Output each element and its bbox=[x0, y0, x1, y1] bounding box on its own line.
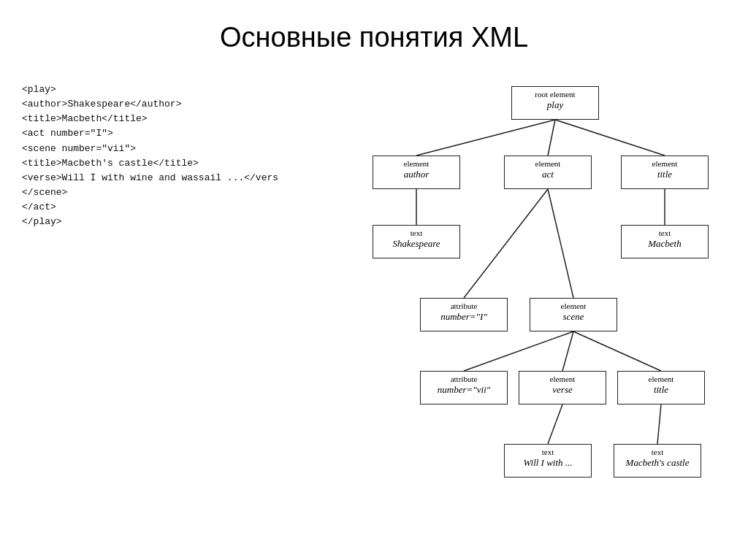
tree-node-verse: elementverse bbox=[519, 371, 606, 404]
node-label-will_txt: text bbox=[509, 447, 587, 457]
tree-node-shakespeare: textShakespeare bbox=[373, 225, 460, 258]
node-value-title1: title bbox=[626, 169, 703, 181]
node-label-castle_txt: text bbox=[619, 447, 696, 457]
node-label-author: element bbox=[378, 158, 455, 169]
node-value-play: play bbox=[516, 99, 594, 112]
node-value-scene: scene bbox=[535, 311, 612, 323]
tree-edge bbox=[548, 120, 555, 156]
tree-node-castle_txt: textMacbeth's castle bbox=[614, 444, 701, 477]
tree-node-attr_vii: attributenumber="vii" bbox=[420, 371, 508, 404]
tree-edge bbox=[573, 331, 661, 371]
tree-node-macbeth_txt: textMacbeth bbox=[621, 225, 709, 258]
node-label-title1: element bbox=[626, 158, 703, 169]
node-value-shakespeare: Shakespeare bbox=[378, 238, 455, 250]
tree-node-title2: elementtitle bbox=[617, 371, 705, 404]
node-label-macbeth_txt: text bbox=[626, 228, 703, 238]
tree-edge bbox=[562, 331, 573, 371]
node-value-will_txt: Will I with ... bbox=[509, 457, 587, 469]
tree-node-attr_I: attributenumber="I" bbox=[420, 298, 508, 331]
node-value-attr_I: number="I" bbox=[425, 311, 503, 323]
node-value-title2: title bbox=[622, 384, 700, 396]
node-label-attr_I: attribute bbox=[425, 301, 503, 311]
node-value-attr_vii: number="vii" bbox=[425, 384, 503, 396]
node-label-act: element bbox=[509, 158, 587, 169]
node-value-author: author bbox=[378, 169, 455, 181]
node-value-castle_txt: Macbeth's castle bbox=[619, 457, 696, 469]
tree-node-act: elementact bbox=[504, 156, 592, 189]
node-label-verse: element bbox=[524, 374, 601, 384]
node-label-title2: element bbox=[622, 374, 700, 384]
tree-node-will_txt: textWill I with ... bbox=[504, 444, 592, 477]
tree-node-play: root elementplay bbox=[511, 86, 599, 120]
node-value-macbeth_txt: Macbeth bbox=[626, 238, 703, 250]
node-value-verse: verse bbox=[524, 384, 601, 396]
xml-tree-diagram: root elementplayelementauthorelementacte… bbox=[285, 75, 733, 542]
tree-edge bbox=[464, 189, 548, 298]
page-title: Основные понятия XML bbox=[0, 0, 748, 68]
node-value-act: act bbox=[509, 169, 587, 181]
tree-edge bbox=[416, 120, 555, 156]
tree-edge bbox=[548, 404, 562, 444]
tree-node-author: elementauthor bbox=[373, 156, 460, 189]
node-label-shakespeare: text bbox=[378, 228, 455, 238]
node-label-scene: element bbox=[535, 301, 612, 311]
xml-code-block: <play> <author>Shakespeare</author> <tit… bbox=[15, 75, 285, 542]
node-label-attr_vii: attribute bbox=[425, 374, 503, 384]
tree-edge bbox=[657, 404, 661, 444]
tree-edge bbox=[548, 189, 573, 298]
tree-edge bbox=[555, 120, 665, 156]
tree-node-scene: elementscene bbox=[530, 298, 617, 331]
tree-edge bbox=[464, 331, 573, 371]
node-label-play: root element bbox=[516, 89, 594, 99]
tree-node-title1: elementtitle bbox=[621, 156, 709, 189]
